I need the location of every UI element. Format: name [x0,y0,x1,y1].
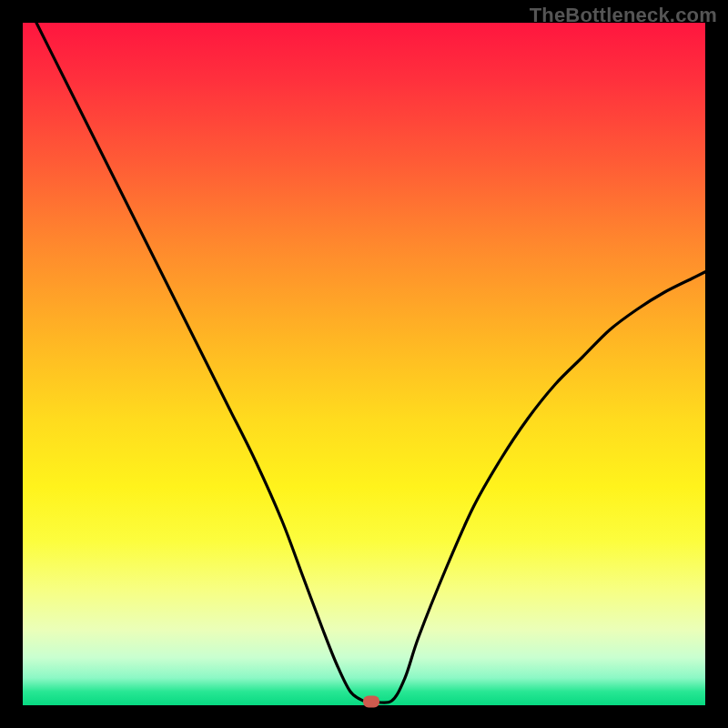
chart-container: TheBottleneck.com [0,0,728,728]
optimum-marker [363,695,379,707]
watermark-text: TheBottleneck.com [530,4,717,27]
bottleneck-curve [23,23,705,705]
